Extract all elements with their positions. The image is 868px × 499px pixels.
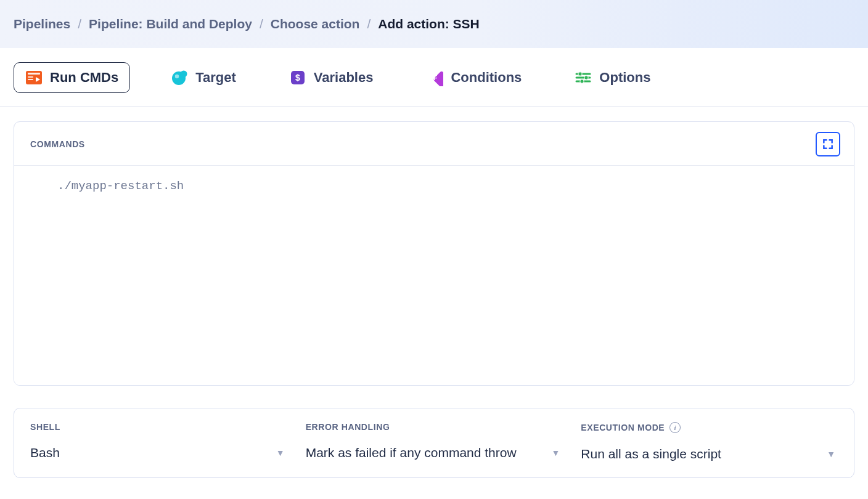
- error-value: Mark as failed if any command throw: [306, 445, 517, 460]
- commands-title: COMMANDS: [30, 139, 85, 149]
- breadcrumb-separator: /: [260, 17, 263, 31]
- shell-select[interactable]: Bash ▼: [30, 445, 287, 460]
- options-icon: [575, 69, 592, 86]
- breadcrumb-separator: /: [78, 17, 81, 31]
- svg-rect-1: [28, 73, 40, 75]
- svg-point-16: [584, 76, 588, 79]
- breadcrumb-item-pipeline[interactable]: Pipeline: Build and Deploy: [89, 17, 252, 31]
- shell-label: SHELL: [30, 422, 287, 432]
- execution-mode-label: EXECUTION MODE: [581, 423, 665, 432]
- chevron-down-icon: ▼: [827, 449, 835, 459]
- info-icon[interactable]: i: [669, 422, 681, 433]
- tabs: Run CMDs Target $ Variables: [0, 48, 868, 106]
- chevron-down-icon: ▼: [551, 448, 560, 458]
- execution-mode-value: Run all as a single script: [581, 447, 721, 461]
- svg-rect-4: [28, 79, 33, 80]
- tab-conditions[interactable]: IF Conditions: [414, 62, 534, 94]
- commands-card: COMMANDS ./myapp-restart.sh: [14, 121, 854, 386]
- breadcrumb-item-current: Add action: SSH: [378, 17, 480, 31]
- tab-variables[interactable]: $ Variables: [277, 62, 386, 94]
- svg-text:IF: IF: [432, 75, 438, 81]
- conditions-icon: IF: [426, 69, 443, 86]
- tab-run-cmds[interactable]: Run CMDs: [14, 62, 130, 93]
- run-cmds-icon: [25, 69, 43, 86]
- svg-point-15: [578, 72, 582, 76]
- breadcrumb-separator: /: [367, 17, 371, 31]
- tab-label: Variables: [314, 70, 374, 86]
- tab-target[interactable]: Target: [158, 62, 248, 94]
- field-error-handling: ERROR HANDLING Mark as failed if any com…: [306, 422, 563, 461]
- svg-point-7: [175, 75, 179, 78]
- svg-point-17: [580, 79, 584, 83]
- breadcrumb-item-choose-action[interactable]: Choose action: [271, 17, 360, 31]
- svg-rect-3: [28, 76, 33, 78]
- chevron-down-icon: ▼: [276, 448, 285, 458]
- field-shell: SHELL Bash ▼: [30, 422, 287, 461]
- error-label: ERROR HANDLING: [306, 422, 563, 432]
- commands-editor[interactable]: ./myapp-restart.sh: [45, 166, 854, 385]
- breadcrumb-item-pipelines[interactable]: Pipelines: [14, 17, 70, 31]
- expand-button[interactable]: [816, 132, 840, 156]
- error-handling-select[interactable]: Mark as failed if any command throw ▼: [306, 445, 563, 460]
- execution-mode-select[interactable]: Run all as a single script ▼: [581, 447, 838, 461]
- breadcrumb: Pipelines / Pipeline: Build and Deploy /…: [0, 0, 868, 48]
- svg-point-6: [181, 71, 187, 78]
- expand-icon: [822, 138, 834, 150]
- variables-icon: $: [289, 69, 306, 86]
- code-gutter: [14, 166, 45, 385]
- settings-card: SHELL Bash ▼ ERROR HANDLING Mark as fail…: [14, 408, 854, 478]
- target-icon: [171, 69, 188, 86]
- svg-text:$: $: [295, 73, 300, 83]
- tab-label: Target: [195, 70, 236, 86]
- tab-label: Options: [599, 70, 650, 86]
- tab-label: Run CMDs: [50, 70, 118, 86]
- field-execution-mode: EXECUTION MODE i Run all as a single scr…: [581, 422, 838, 461]
- shell-value: Bash: [30, 445, 60, 460]
- tab-label: Conditions: [451, 70, 522, 86]
- tab-options[interactable]: Options: [562, 62, 663, 94]
